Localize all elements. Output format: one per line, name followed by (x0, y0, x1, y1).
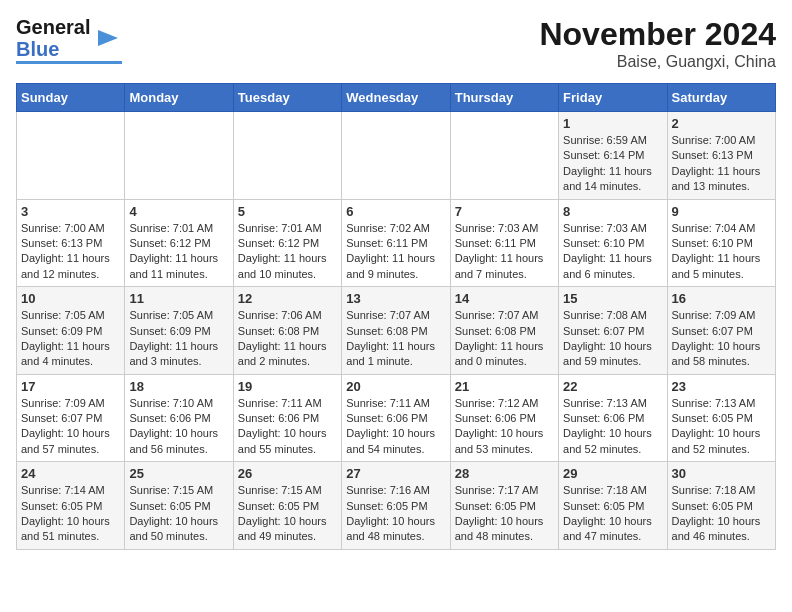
day-info: Sunset: 6:07 PM (21, 411, 120, 426)
day-cell: 27Sunrise: 7:16 AMSunset: 6:05 PMDayligh… (342, 462, 450, 550)
day-info: Sunrise: 7:15 AM (129, 483, 228, 498)
day-number: 26 (238, 466, 337, 481)
header: General Blue November 2024 Baise, Guangx… (16, 16, 776, 71)
day-cell: 15Sunrise: 7:08 AMSunset: 6:07 PMDayligh… (559, 287, 667, 375)
day-info: Daylight: 11 hours and 12 minutes. (21, 251, 120, 282)
day-info: Daylight: 10 hours and 50 minutes. (129, 514, 228, 545)
day-info: Daylight: 11 hours and 10 minutes. (238, 251, 337, 282)
day-info: Sunrise: 7:00 AM (672, 133, 771, 148)
day-number: 18 (129, 379, 228, 394)
day-info: Sunrise: 7:10 AM (129, 396, 228, 411)
day-info: Daylight: 11 hours and 13 minutes. (672, 164, 771, 195)
day-number: 7 (455, 204, 554, 219)
week-row-3: 10Sunrise: 7:05 AMSunset: 6:09 PMDayligh… (17, 287, 776, 375)
day-info: Sunset: 6:11 PM (346, 236, 445, 251)
day-number: 28 (455, 466, 554, 481)
day-cell: 29Sunrise: 7:18 AMSunset: 6:05 PMDayligh… (559, 462, 667, 550)
day-info: Daylight: 11 hours and 3 minutes. (129, 339, 228, 370)
day-cell (233, 112, 341, 200)
day-number: 30 (672, 466, 771, 481)
day-info: Sunrise: 7:07 AM (346, 308, 445, 323)
day-number: 23 (672, 379, 771, 394)
day-info: Daylight: 10 hours and 57 minutes. (21, 426, 120, 457)
day-info: Daylight: 10 hours and 54 minutes. (346, 426, 445, 457)
day-cell: 23Sunrise: 7:13 AMSunset: 6:05 PMDayligh… (667, 374, 775, 462)
col-header-monday: Monday (125, 84, 233, 112)
day-number: 22 (563, 379, 662, 394)
day-info: Sunrise: 7:06 AM (238, 308, 337, 323)
day-info: Sunrise: 7:14 AM (21, 483, 120, 498)
day-info: Sunrise: 7:01 AM (129, 221, 228, 236)
day-info: Daylight: 10 hours and 52 minutes. (672, 426, 771, 457)
day-info: Sunset: 6:07 PM (563, 324, 662, 339)
svg-marker-0 (98, 30, 118, 46)
day-info: Sunrise: 7:00 AM (21, 221, 120, 236)
week-row-4: 17Sunrise: 7:09 AMSunset: 6:07 PMDayligh… (17, 374, 776, 462)
day-number: 6 (346, 204, 445, 219)
day-info: Sunrise: 7:03 AM (563, 221, 662, 236)
day-info: Sunset: 6:11 PM (455, 236, 554, 251)
day-info: Sunset: 6:06 PM (563, 411, 662, 426)
day-info: Sunset: 6:05 PM (346, 499, 445, 514)
day-info: Daylight: 10 hours and 59 minutes. (563, 339, 662, 370)
logo: General Blue (16, 16, 122, 64)
day-cell (17, 112, 125, 200)
day-info: Daylight: 11 hours and 1 minute. (346, 339, 445, 370)
day-number: 24 (21, 466, 120, 481)
day-cell: 25Sunrise: 7:15 AMSunset: 6:05 PMDayligh… (125, 462, 233, 550)
day-info: Sunset: 6:09 PM (21, 324, 120, 339)
day-cell: 11Sunrise: 7:05 AMSunset: 6:09 PMDayligh… (125, 287, 233, 375)
col-header-sunday: Sunday (17, 84, 125, 112)
col-header-wednesday: Wednesday (342, 84, 450, 112)
day-number: 5 (238, 204, 337, 219)
day-info: Sunset: 6:06 PM (455, 411, 554, 426)
day-number: 29 (563, 466, 662, 481)
day-cell: 19Sunrise: 7:11 AMSunset: 6:06 PMDayligh… (233, 374, 341, 462)
day-info: Daylight: 11 hours and 7 minutes. (455, 251, 554, 282)
day-cell: 6Sunrise: 7:02 AMSunset: 6:11 PMDaylight… (342, 199, 450, 287)
day-info: Sunrise: 7:18 AM (563, 483, 662, 498)
day-info: Sunrise: 6:59 AM (563, 133, 662, 148)
day-info: Sunrise: 7:17 AM (455, 483, 554, 498)
day-info: Daylight: 11 hours and 5 minutes. (672, 251, 771, 282)
day-info: Sunset: 6:05 PM (129, 499, 228, 514)
day-info: Sunrise: 7:04 AM (672, 221, 771, 236)
col-header-friday: Friday (559, 84, 667, 112)
day-info: Sunrise: 7:02 AM (346, 221, 445, 236)
day-info: Daylight: 11 hours and 9 minutes. (346, 251, 445, 282)
day-cell: 16Sunrise: 7:09 AMSunset: 6:07 PMDayligh… (667, 287, 775, 375)
day-cell: 1Sunrise: 6:59 AMSunset: 6:14 PMDaylight… (559, 112, 667, 200)
day-number: 4 (129, 204, 228, 219)
logo-blue: Blue (16, 38, 90, 60)
day-info: Sunset: 6:09 PM (129, 324, 228, 339)
day-info: Sunrise: 7:18 AM (672, 483, 771, 498)
day-info: Sunrise: 7:09 AM (21, 396, 120, 411)
day-number: 14 (455, 291, 554, 306)
logo-general: General (16, 16, 90, 38)
day-cell: 18Sunrise: 7:10 AMSunset: 6:06 PMDayligh… (125, 374, 233, 462)
day-number: 15 (563, 291, 662, 306)
day-number: 25 (129, 466, 228, 481)
day-info: Sunset: 6:14 PM (563, 148, 662, 163)
page-title: November 2024 (539, 16, 776, 53)
day-info: Daylight: 10 hours and 47 minutes. (563, 514, 662, 545)
col-header-tuesday: Tuesday (233, 84, 341, 112)
day-number: 27 (346, 466, 445, 481)
day-info: Daylight: 10 hours and 52 minutes. (563, 426, 662, 457)
day-info: Daylight: 10 hours and 46 minutes. (672, 514, 771, 545)
day-cell (125, 112, 233, 200)
day-info: Daylight: 11 hours and 4 minutes. (21, 339, 120, 370)
day-info: Sunset: 6:12 PM (129, 236, 228, 251)
day-info: Sunrise: 7:05 AM (129, 308, 228, 323)
day-info: Sunrise: 7:11 AM (238, 396, 337, 411)
day-info: Daylight: 11 hours and 14 minutes. (563, 164, 662, 195)
day-cell: 17Sunrise: 7:09 AMSunset: 6:07 PMDayligh… (17, 374, 125, 462)
day-cell: 28Sunrise: 7:17 AMSunset: 6:05 PMDayligh… (450, 462, 558, 550)
day-number: 12 (238, 291, 337, 306)
day-cell: 10Sunrise: 7:05 AMSunset: 6:09 PMDayligh… (17, 287, 125, 375)
day-info: Sunset: 6:08 PM (346, 324, 445, 339)
day-info: Sunset: 6:08 PM (455, 324, 554, 339)
day-cell: 4Sunrise: 7:01 AMSunset: 6:12 PMDaylight… (125, 199, 233, 287)
page-subtitle: Baise, Guangxi, China (539, 53, 776, 71)
day-info: Sunset: 6:12 PM (238, 236, 337, 251)
